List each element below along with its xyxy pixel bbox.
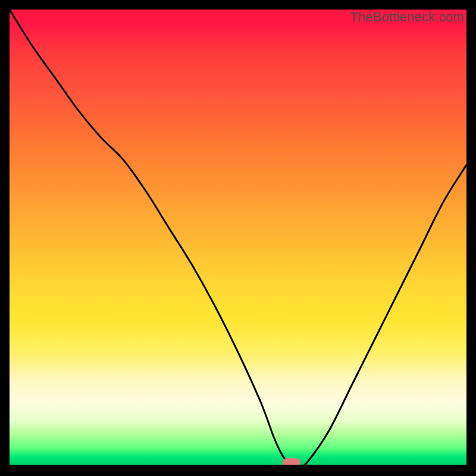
bottleneck-curve <box>10 10 466 466</box>
chart-frame: TheBottleneck.com <box>0 0 476 476</box>
watermark-text: TheBottleneck.com <box>350 10 464 25</box>
curve-path <box>10 10 466 468</box>
plot-area: TheBottleneck.com <box>10 10 466 466</box>
